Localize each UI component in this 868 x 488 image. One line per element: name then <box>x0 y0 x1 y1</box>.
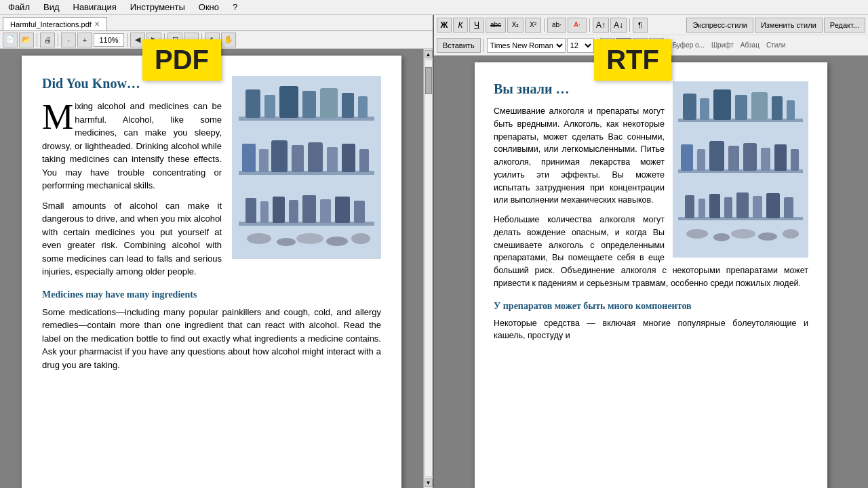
svg-point-31 <box>351 233 370 244</box>
zoom-input[interactable]: 110% <box>94 33 124 47</box>
svg-point-63 <box>783 229 799 239</box>
highlight-btn[interactable]: ab· <box>547 18 566 33</box>
svg-rect-12 <box>271 140 288 172</box>
ribbon-sep2 <box>589 18 590 32</box>
svg-rect-6 <box>320 88 338 118</box>
svg-rect-47 <box>761 148 770 171</box>
svg-point-30 <box>326 237 348 246</box>
svg-rect-46 <box>743 143 757 171</box>
svg-rect-17 <box>359 149 369 172</box>
svg-rect-10 <box>242 144 256 172</box>
menu-bar: Файл Вид Навигация Инструменты Окно ? <box>0 0 868 15</box>
menu-tools[interactable]: Инструменты <box>125 1 191 14</box>
svg-rect-5 <box>302 91 316 118</box>
express-styles-btn[interactable]: Экспресс-стили <box>686 18 753 33</box>
svg-rect-56 <box>753 196 762 218</box>
svg-point-59 <box>686 229 708 239</box>
pdf-tab-label: Harmful_Interactions.pdf <box>10 20 92 28</box>
font-name-select[interactable]: Times New Roman Arial Calibri <box>487 38 566 53</box>
buffer-label: Буфер о... <box>670 41 707 49</box>
rtf-page: Вы знали … Смешивание алкоголя и препара… <box>475 62 827 488</box>
svg-rect-37 <box>735 95 747 120</box>
svg-rect-55 <box>736 192 749 218</box>
font-color-btn[interactable]: A· <box>568 18 587 33</box>
new-btn[interactable]: 📄 <box>3 33 18 47</box>
svg-rect-4 <box>279 86 298 118</box>
svg-rect-34 <box>683 94 696 120</box>
sep2 <box>58 33 58 47</box>
pdf-tab[interactable]: Harmful_Interactions.pdf ✕ <box>3 17 107 30</box>
scroll-down-arrow[interactable]: ▼ <box>425 479 433 487</box>
ribbon-row1: Ж К Ч abc X₂ X² ab· A· A↑ A↓ ¶ Экспресс-… <box>434 15 868 35</box>
pdf-drop-cap: M <box>42 102 73 132</box>
svg-rect-44 <box>709 141 724 171</box>
svg-rect-53 <box>709 194 720 218</box>
menu-navigation[interactable]: Навигация <box>68 1 122 14</box>
open-btn[interactable]: 📂 <box>19 33 34 47</box>
svg-rect-42 <box>681 144 693 171</box>
svg-rect-38 <box>751 92 768 120</box>
sep3 <box>127 33 127 47</box>
scroll-thumb[interactable] <box>425 67 432 94</box>
svg-rect-19 <box>245 198 256 223</box>
svg-rect-11 <box>259 149 269 172</box>
paste-btn[interactable]: Вставить <box>437 38 481 53</box>
svg-point-62 <box>758 232 777 241</box>
svg-rect-21 <box>273 197 285 223</box>
pdf-para3: Some medications—including many popular … <box>42 306 381 372</box>
svg-rect-16 <box>342 144 355 172</box>
svg-rect-25 <box>335 197 350 223</box>
svg-rect-51 <box>685 195 694 218</box>
rtf-badge: RTF <box>594 39 671 81</box>
menu-file[interactable]: Файл <box>3 1 35 14</box>
font-grow-btn[interactable]: A↑ <box>593 18 609 33</box>
print-btn[interactable]: 🖨 <box>40 33 55 47</box>
underline-btn[interactable]: Ч <box>469 18 484 33</box>
svg-point-28 <box>277 238 296 246</box>
superscript-btn[interactable]: X² <box>525 18 541 33</box>
show-para-btn[interactable]: ¶ <box>633 18 648 33</box>
font-size-select[interactable]: 12 14 16 <box>567 38 594 53</box>
hand-btn[interactable]: ✋ <box>221 33 236 47</box>
svg-rect-2 <box>245 89 260 118</box>
rtf-content-area[interactable]: Вы знали … Смешивание алкоголя и препара… <box>434 56 868 488</box>
right-panel: Ж К Ч abc X₂ X² ab· A· A↑ A↓ ¶ Экспресс-… <box>434 15 868 488</box>
main-area: Harmful_Interactions.pdf ✕ 📄 📂 🖨 - + 110… <box>0 15 868 488</box>
rtf-para3: Некоторые средства — включая многие попу… <box>494 317 808 343</box>
rtf-subheading: У препаратов может быть много компоненто… <box>494 301 808 312</box>
svg-rect-52 <box>698 199 705 218</box>
pdf-tab-close[interactable]: ✕ <box>94 20 100 28</box>
svg-rect-3 <box>264 95 275 118</box>
para-label: Абзац <box>738 41 762 49</box>
svg-rect-49 <box>791 149 799 171</box>
pdf-content-area[interactable]: Did You Know… Mixing alcohol and medicin… <box>0 49 423 488</box>
sep1 <box>37 33 37 47</box>
edit-btn[interactable]: Редакт... <box>824 18 865 33</box>
rtf-area: Вы знали … Смешивание алкоголя и препара… <box>434 56 868 488</box>
strikethrough-btn[interactable]: abc <box>486 18 506 33</box>
zoom-in-btn[interactable]: + <box>77 33 92 47</box>
italic-btn[interactable]: К <box>453 18 468 33</box>
svg-point-29 <box>296 233 323 244</box>
subscript-btn[interactable]: X₂ <box>507 18 524 33</box>
font-shrink-btn[interactable]: A↓ <box>610 18 627 33</box>
scroll-up-arrow[interactable]: ▲ <box>425 50 433 58</box>
menu-window[interactable]: Окно <box>193 1 224 14</box>
pdf-scrollbar[interactable]: ▲ ▼ <box>423 49 433 488</box>
change-styles-btn[interactable]: Изменить стили <box>755 18 823 33</box>
pdf-subheading: Medicines may have many ingredients <box>42 289 381 300</box>
svg-point-61 <box>731 229 755 239</box>
svg-point-27 <box>247 233 271 244</box>
svg-rect-40 <box>787 100 795 120</box>
left-panel: Harmful_Interactions.pdf ✕ 📄 📂 🖨 - + 110… <box>0 15 434 488</box>
menu-view[interactable]: Вид <box>38 1 65 14</box>
svg-rect-45 <box>728 146 739 171</box>
svg-rect-54 <box>724 197 732 218</box>
svg-rect-26 <box>354 201 365 223</box>
svg-rect-15 <box>327 147 338 172</box>
zoom-out-btn[interactable]: - <box>61 33 76 47</box>
svg-rect-22 <box>289 200 298 223</box>
menu-help[interactable]: ? <box>227 1 243 14</box>
bold-btn[interactable]: Ж <box>437 18 452 33</box>
svg-rect-7 <box>342 93 354 118</box>
